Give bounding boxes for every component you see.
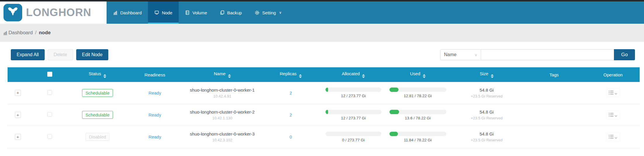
sort-icon[interactable] <box>491 74 494 78</box>
breadcrumb-current: node <box>39 30 51 36</box>
column-header-used[interactable]: Used <box>384 67 452 82</box>
allocated-value: 12 / 273.77 Gi <box>323 116 384 120</box>
allocated-cell: 12 / 273.77 Gi <box>323 104 384 126</box>
allocated-value: 12 / 273.77 Gi <box>323 94 384 98</box>
node-ip: 10.42.4.91 <box>186 94 258 98</box>
row-checkbox[interactable] <box>47 90 52 95</box>
top-navbar: LONGHORN DashboardNodeVolumeBackupSettin… <box>0 1 644 24</box>
status-badge: Schedulable <box>82 111 113 119</box>
nav-item-dashboard[interactable]: Dashboard <box>107 1 148 24</box>
breadcrumb-root[interactable]: Dashboard <box>8 30 33 36</box>
tags-cell <box>522 104 586 126</box>
replicas-count[interactable]: 0 <box>290 134 292 139</box>
allocated-progress-fill <box>326 88 328 92</box>
column-label: Tags <box>549 72 559 77</box>
column-header-name[interactable]: Name <box>186 67 259 82</box>
size-value: 54.8 Gi <box>452 109 521 114</box>
operation-menu-button[interactable] <box>606 88 620 97</box>
nav-item-label: Node <box>162 10 172 15</box>
sort-icon[interactable] <box>228 74 231 78</box>
longhorn-logo[interactable] <box>4 4 22 21</box>
node-name[interactable]: shuo-longhorn-cluster-0-worker-1 <box>186 88 258 92</box>
node-icon <box>154 10 159 15</box>
go-button[interactable]: Go <box>614 49 635 60</box>
node-name[interactable]: shuo-longhorn-cluster-0-worker-2 <box>186 109 258 114</box>
nav-item-backup[interactable]: Backup <box>213 1 248 24</box>
replicas-count[interactable]: 2 <box>290 112 292 117</box>
logo-panel: LONGHORN <box>0 1 107 24</box>
search-group: Name ∨ Go <box>440 49 635 60</box>
column-header-operation: Operation <box>586 67 640 82</box>
operation-list-icon <box>609 135 617 140</box>
size-cell: 54.8 Gi+23.5 Gi Reserved <box>452 82 522 104</box>
column-label: Used <box>410 71 420 76</box>
replicas-cell: 0 <box>259 126 323 148</box>
node-table: StatusReadinessNameReplicasAllocatedUsed… <box>8 67 640 148</box>
row-checkbox[interactable] <box>47 112 52 117</box>
expand-cell: + <box>8 104 28 126</box>
nav-item-setting[interactable]: Setting∨ <box>248 1 288 24</box>
select-all-header <box>28 67 71 82</box>
edit-node-button[interactable]: Edit Node <box>76 49 108 60</box>
search-field-value: Name <box>444 52 457 57</box>
replicas-cell: 2 <box>259 82 323 104</box>
expand-all-button[interactable]: Expand All <box>11 49 45 60</box>
nav-item-node[interactable]: Node <box>148 1 179 24</box>
sort-icon[interactable] <box>362 74 365 78</box>
chart-icon <box>113 10 118 15</box>
expand-row-button[interactable]: + <box>15 112 21 118</box>
replicas-cell: 2 <box>259 104 323 126</box>
node-table-wrap: StatusReadinessNameReplicasAllocatedUsed… <box>8 67 637 148</box>
column-label: Status <box>89 71 101 76</box>
nav-item-volume[interactable]: Volume <box>179 1 213 24</box>
delete-button[interactable]: Delete <box>48 49 73 60</box>
column-label: Size <box>480 71 488 76</box>
status-badge: Disabled <box>86 133 109 141</box>
operation-cell <box>586 104 640 126</box>
used-progress-bar <box>389 132 446 136</box>
nav-item-label: Dashboard <box>120 10 142 15</box>
allocated-progress-bar <box>326 132 381 136</box>
column-label: Operation <box>603 72 623 77</box>
size-value: 54.8 Gi <box>452 88 521 92</box>
operation-menu-button[interactable] <box>606 111 620 119</box>
expand-cell: + <box>8 126 28 148</box>
search-input[interactable] <box>481 49 614 60</box>
checkbox-cell <box>28 126 71 148</box>
column-label: Name <box>214 71 225 76</box>
column-header-allocated[interactable]: Allocated <box>323 67 384 82</box>
used-cell: 13.6 / 78.22 Gi <box>384 104 452 126</box>
column-header-readiness: Readiness <box>124 67 186 82</box>
status-cell: Schedulable <box>71 82 124 104</box>
name-cell: shuo-longhorn-cluster-0-worker-210.42.1.… <box>186 104 259 126</box>
replicas-count[interactable]: 2 <box>290 90 292 95</box>
used-progress-bar <box>389 110 446 114</box>
breadcrumb: Dashboard / node <box>0 24 644 42</box>
content-card: Expand All Delete Edit Node Name ∨ Go <box>3 42 641 156</box>
nav-item-label: Setting <box>262 10 276 15</box>
sort-icon[interactable] <box>299 74 302 78</box>
readiness-link[interactable]: Ready <box>149 90 161 95</box>
toolbar: Expand All Delete Edit Node Name ∨ Go <box>3 49 641 60</box>
sort-icon[interactable] <box>103 74 106 78</box>
node-name[interactable]: shuo-longhorn-cluster-0-worker-3 <box>186 131 258 136</box>
operation-menu-button[interactable] <box>606 133 620 141</box>
used-cell: 12.81 / 78.22 Gi <box>384 82 452 104</box>
column-header-size[interactable]: Size <box>452 67 522 82</box>
expand-row-button[interactable]: + <box>15 90 21 96</box>
select-all-checkbox[interactable] <box>47 72 52 77</box>
readiness-link[interactable]: Ready <box>149 112 161 117</box>
sort-icon[interactable] <box>423 74 426 78</box>
status-cell: Disabled <box>71 126 124 148</box>
row-checkbox[interactable] <box>47 134 52 139</box>
status-cell: Schedulable <box>71 104 124 126</box>
expand-row-button[interactable]: + <box>15 134 21 140</box>
search-field-select[interactable]: Name ∨ <box>440 49 481 60</box>
nav-item-label: Backup <box>227 10 242 15</box>
operation-cell <box>586 82 640 104</box>
column-header-replicas[interactable]: Replicas <box>259 67 323 82</box>
column-header-status[interactable]: Status <box>71 67 124 82</box>
used-cell: 11.84 / 78.22 Gi <box>384 126 452 148</box>
checkbox-cell <box>28 82 71 104</box>
readiness-link[interactable]: Ready <box>149 134 161 139</box>
